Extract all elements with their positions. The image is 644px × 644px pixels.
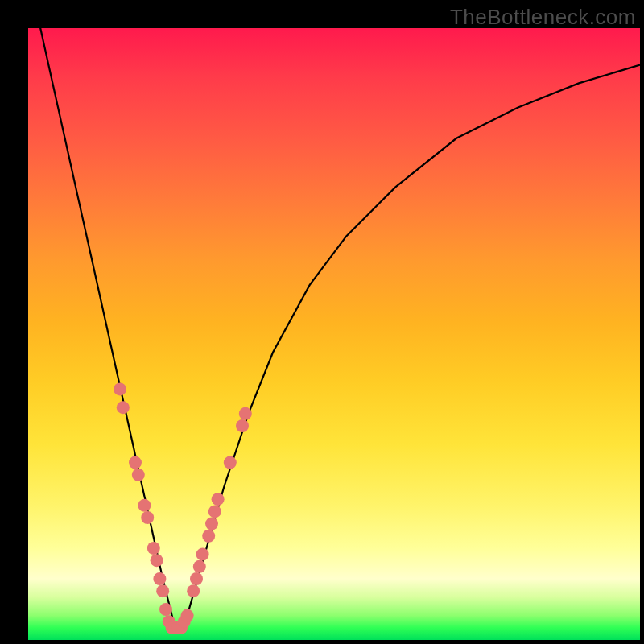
bottleneck-curve	[28, 28, 640, 628]
plot-area	[28, 28, 640, 640]
data-marker	[239, 407, 252, 420]
data-marker	[193, 560, 206, 573]
data-marker	[212, 493, 225, 506]
data-marker	[196, 548, 209, 561]
data-marker	[224, 456, 237, 469]
data-marker	[141, 511, 154, 524]
data-marker	[153, 572, 166, 585]
data-marker	[159, 603, 172, 616]
data-marker	[129, 456, 142, 469]
outer-frame: TheBottleneck.com	[0, 0, 644, 644]
data-marker	[114, 382, 126, 395]
data-marker	[208, 505, 221, 518]
data-marker	[187, 584, 200, 597]
data-marker	[132, 469, 145, 481]
data-marker	[151, 554, 163, 567]
marker-group	[114, 382, 252, 634]
data-marker	[138, 499, 151, 512]
watermark-text: TheBottleneck.com	[450, 5, 636, 30]
chart-overlay-svg	[28, 28, 640, 640]
data-marker	[181, 609, 194, 622]
data-marker	[205, 518, 218, 530]
data-marker	[156, 584, 169, 597]
data-marker	[190, 572, 203, 585]
data-marker	[202, 530, 215, 543]
data-marker	[147, 542, 160, 555]
data-marker	[236, 419, 249, 432]
data-marker	[117, 401, 130, 414]
